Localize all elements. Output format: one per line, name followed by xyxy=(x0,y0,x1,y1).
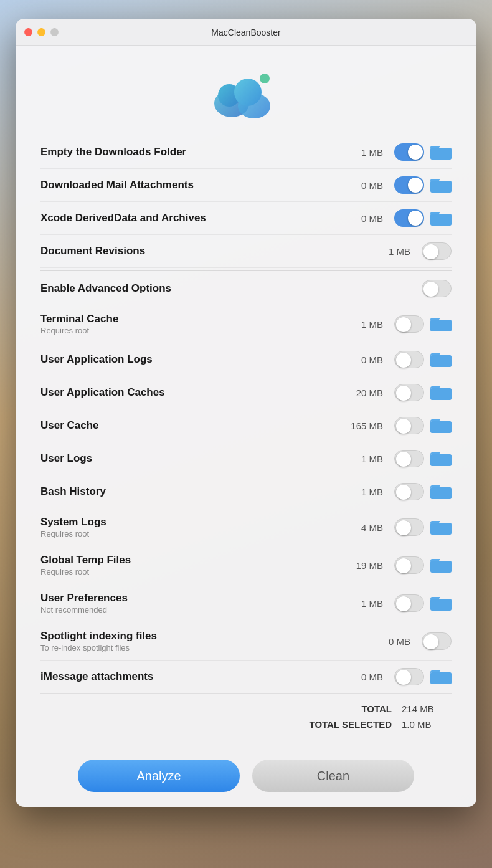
total-label: TOTAL xyxy=(361,703,392,714)
toggle-switch[interactable] xyxy=(394,417,424,434)
toggle-switch[interactable] xyxy=(422,632,452,650)
folder-icon[interactable] xyxy=(430,143,452,161)
toggle-switch[interactable] xyxy=(422,280,452,297)
toggle-switch[interactable] xyxy=(394,315,424,333)
svg-rect-16 xyxy=(430,388,452,400)
svg-rect-28 xyxy=(430,599,452,611)
toggle-switch[interactable] xyxy=(394,143,424,161)
list-item: User Cache165 MB xyxy=(40,409,452,442)
titlebar: MacCleanBooster xyxy=(16,19,476,46)
item-info: User Cache xyxy=(40,419,333,432)
toggle-switch[interactable] xyxy=(394,176,424,194)
item-info: Empty the Downloads Folder xyxy=(40,146,333,158)
maximize-button[interactable] xyxy=(50,28,59,36)
toggle-switch[interactable] xyxy=(394,668,424,685)
item-info: Xcode DerivedData and Archives xyxy=(40,212,333,224)
totals-section: TOTAL 214 MB TOTAL SELECTED 1.0 MB xyxy=(40,693,452,737)
item-size: 4 MB xyxy=(339,522,383,533)
item-info: User Logs xyxy=(40,452,333,465)
item-label: User Cache xyxy=(40,419,333,432)
item-label: User Preferences xyxy=(40,592,333,604)
item-size: 19 MB xyxy=(339,560,383,571)
item-label: iMessage attachments xyxy=(40,670,333,683)
list-item: System LogsRequires root4 MB xyxy=(40,508,452,546)
toggle-switch[interactable] xyxy=(394,556,424,574)
svg-rect-12 xyxy=(430,320,452,331)
item-info: iMessage attachments xyxy=(40,670,333,683)
folder-icon[interactable] xyxy=(430,351,452,368)
list-item: User Application Logs0 MB xyxy=(40,343,452,376)
item-label: Document Revisions xyxy=(40,245,361,257)
toggle-knob xyxy=(423,282,438,297)
total-selected-value: 1.0 MB xyxy=(402,719,452,730)
toggle-knob xyxy=(396,353,411,368)
svg-rect-24 xyxy=(430,523,452,535)
total-row: TOTAL 214 MB xyxy=(40,701,452,717)
folder-icon[interactable] xyxy=(430,384,452,401)
toggle-switch[interactable] xyxy=(394,351,424,368)
folder-icon[interactable] xyxy=(430,518,452,536)
item-sublabel: Requires root xyxy=(40,326,333,335)
folder-icon[interactable] xyxy=(430,556,452,574)
window-title: MacCleanBooster xyxy=(211,27,280,37)
item-size: 1 MB xyxy=(339,454,383,464)
toggle-switch[interactable] xyxy=(394,209,424,227)
list-item: Global Temp FilesRequires root19 MB xyxy=(40,546,452,584)
clean-button[interactable]: Clean xyxy=(252,760,414,792)
list-item: Xcode DerivedData and Archives0 MB xyxy=(40,202,452,235)
folder-icon[interactable] xyxy=(430,176,452,194)
folder-icon[interactable] xyxy=(430,450,452,467)
minimize-button[interactable] xyxy=(37,28,45,36)
list-item: Terminal CacheRequires root1 MB xyxy=(40,305,452,343)
folder-icon[interactable] xyxy=(430,668,452,685)
analyze-button[interactable]: Analyze xyxy=(78,760,240,792)
total-value: 214 MB xyxy=(402,703,452,714)
item-info: User Application Caches xyxy=(40,386,333,399)
folder-icon[interactable] xyxy=(430,483,452,500)
list-item: User Application Caches20 MB xyxy=(40,376,452,409)
item-sublabel: Requires root xyxy=(40,529,333,538)
item-size: 1 MB xyxy=(339,487,383,497)
toggle-knob xyxy=(423,634,438,649)
toggle-switch[interactable] xyxy=(394,483,424,500)
logo-area xyxy=(16,46,476,136)
item-label: Downloaded Mail Attachments xyxy=(40,179,333,191)
list-item: User Logs1 MB xyxy=(40,442,452,475)
list-item: Bash History1 MB xyxy=(40,475,452,508)
toggle-switch[interactable] xyxy=(394,594,424,612)
toggle-knob xyxy=(396,558,411,573)
item-size: 0 MB xyxy=(339,355,383,365)
list-item: Enable Advanced Options xyxy=(40,270,452,305)
folder-icon[interactable] xyxy=(430,315,452,333)
svg-point-4 xyxy=(260,74,270,83)
svg-rect-30 xyxy=(430,672,452,684)
item-info: Enable Advanced Options xyxy=(40,282,415,295)
item-info: Terminal CacheRequires root xyxy=(40,313,333,335)
toggle-switch[interactable] xyxy=(422,242,452,260)
toggle-switch[interactable] xyxy=(394,518,424,536)
item-size: 1 MB xyxy=(339,319,383,330)
toggle-switch[interactable] xyxy=(394,450,424,467)
item-info: Document Revisions xyxy=(40,245,361,257)
toggle-knob xyxy=(396,596,411,611)
item-info: User Application Logs xyxy=(40,353,333,366)
list-item: Document Revisions1 MB xyxy=(40,235,452,268)
item-size: 1 MB xyxy=(339,598,383,609)
list-item: User PreferencesNot recommended1 MB xyxy=(40,584,452,622)
list-item: iMessage attachments0 MB xyxy=(40,661,452,693)
item-size: 0 MB xyxy=(367,636,410,647)
total-selected-label: TOTAL SELECTED xyxy=(309,719,392,730)
folder-icon[interactable] xyxy=(430,417,452,434)
item-label: User Logs xyxy=(40,452,333,465)
toggle-switch[interactable] xyxy=(394,384,424,401)
item-size: 0 MB xyxy=(339,213,383,224)
folder-icon[interactable] xyxy=(430,209,452,227)
close-button[interactable] xyxy=(24,28,32,36)
svg-rect-26 xyxy=(430,561,452,573)
item-sublabel: Not recommended xyxy=(40,605,333,614)
folder-icon[interactable] xyxy=(430,594,452,612)
item-label: Enable Advanced Options xyxy=(40,282,415,295)
item-label: Empty the Downloads Folder xyxy=(40,146,333,158)
toggle-knob xyxy=(408,178,423,193)
item-info: Bash History xyxy=(40,485,333,498)
